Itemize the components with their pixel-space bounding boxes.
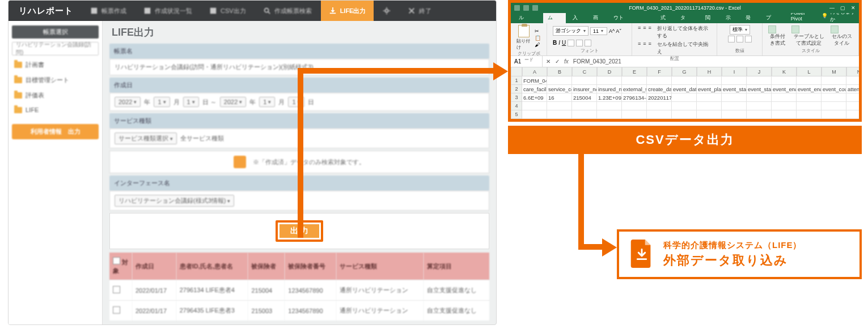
excel-window: FORM_0430_2021_20220117143720.csv - Exce… [508, 0, 862, 122]
excel-title: FORM_0430_2021_20220117143720.csv - Exce… [629, 5, 741, 11]
life-line2: 外部データ取り込み [663, 252, 802, 269]
connector-horizontal-1 [298, 68, 497, 74]
numfmt-select[interactable]: 標準 [730, 25, 750, 35]
sidebar-search[interactable]: リハビリテーション会議録(訪問) [12, 42, 99, 55]
result-table: 対象 作成日 患者ID,氏名,患者名 被保険者 被保険者番号 サービス種類 算定… [109, 253, 489, 321]
excel-titlebar: FORM_0430_2021_20220117143720.csv - Exce… [511, 3, 859, 13]
nav-search[interactable]: 作成帳票検索 [255, 1, 320, 21]
nav-life-output[interactable]: LIFE出力 [321, 1, 374, 21]
svg-rect-2 [210, 8, 217, 14]
arrow-icon [493, 62, 508, 80]
ribbon-tabs: ファイル ホーム 挿入 描画 ページレイアウト 数式 データ 校閲 表示 開発 … [511, 13, 859, 23]
checkbox-all[interactable] [113, 257, 120, 264]
interface-select[interactable]: リハビリテーション会議録(様式3情報) [115, 195, 234, 207]
cell-style-icon[interactable] [831, 25, 839, 33]
sidebar: 帳票選択 リハビリテーション会議録(訪問) 計画書 目標管理シート 評価表 LI… [9, 21, 103, 324]
sheet-grid[interactable]: ABCDEFGHIJKLMN 1 FORM_0430_2021 2 care_f… [511, 67, 859, 119]
csv-caption: CSVデータ出力 [508, 126, 862, 154]
life-import-box: 科学的介護情報システム（LIFE） 外部データ取り込み [617, 229, 862, 279]
notice-text: ※「作成済」データのみ検索対象です。 [253, 158, 365, 166]
formula-value[interactable]: FORM_0430_2021 [573, 58, 621, 65]
svg-point-5 [386, 9, 388, 12]
year1-select[interactable]: 2022 [115, 97, 141, 107]
page-title: LIFE出力 [109, 25, 489, 39]
row-checkbox[interactable] [113, 306, 120, 314]
svg-rect-1 [145, 8, 151, 14]
folder-icon [14, 62, 22, 68]
qat-icons [514, 5, 538, 11]
connector-vertical-1 [298, 68, 303, 238]
sidebar-item-0[interactable]: 計画書 [12, 59, 99, 71]
sidebar-user-export[interactable]: 利用者情報 出力 [12, 124, 99, 139]
service-select-btn[interactable]: サービス種類選択 [115, 133, 177, 144]
search-button-icon[interactable] [234, 156, 246, 168]
sec-report-name: 帳票名 [109, 44, 489, 59]
cond-format-icon[interactable] [768, 25, 776, 33]
folder-icon [14, 107, 22, 113]
table-format-icon[interactable] [791, 25, 799, 33]
nav-status-list[interactable]: 作成状況一覧 [136, 1, 200, 21]
paste-button[interactable]: 貼り付け [516, 25, 531, 50]
clipboard-icon [518, 25, 530, 37]
svg-line-4 [268, 12, 270, 14]
arrow-icon [602, 238, 617, 257]
col-headers: ABCDEFGHIJKLMN [511, 67, 859, 76]
table-row[interactable]: 2022/01/17 2796134 LIFE患者4 215004 123456… [109, 280, 489, 301]
m1-select[interactable]: 1 [154, 97, 170, 107]
top-nav: リハレポート 帳票作成 作成状況一覧 CSV出力 作成帳票検索 LIFE出力 終… [9, 1, 496, 21]
d1-select[interactable]: 1 [183, 97, 199, 107]
folder-icon [14, 77, 22, 83]
nav-csv-output[interactable]: CSV出力 [201, 1, 254, 21]
app-logo: リハレポート [11, 6, 81, 16]
nav-settings[interactable] [375, 1, 399, 21]
sidebar-item-3[interactable]: LIFE [12, 105, 99, 115]
download-file-icon [629, 240, 654, 269]
svg-point-3 [264, 8, 268, 12]
nav-exit[interactable]: 終了 [400, 1, 439, 21]
m2-select[interactable]: 1 [259, 97, 275, 107]
nav-report-create[interactable]: 帳票作成 [82, 1, 134, 21]
folder-icon [14, 92, 22, 99]
row-checkbox[interactable] [113, 286, 120, 293]
life-line1: 科学的介護情報システム（LIFE） [663, 240, 802, 251]
year2-select[interactable]: 2022 [220, 97, 246, 107]
window-controls[interactable]: —▢✕ [829, 5, 856, 11]
connector-vertical-2 [578, 152, 584, 249]
size-select[interactable]: 11 [590, 27, 607, 35]
sidebar-item-2[interactable]: 評価表 [12, 89, 99, 101]
table-row[interactable]: 2022/01/17 2796435 LIFE患者3 215003 123456… [109, 301, 489, 321]
app-window: リハレポート 帳票作成 作成状況一覧 CSV出力 作成帳票検索 LIFE出力 終… [8, 0, 497, 325]
name-box[interactable]: A1 [511, 56, 543, 67]
ribbon: 貼り付け ✂📋🖌 クリップボード 游ゴシック 11 A^ A˅ BIU フォント… [511, 23, 859, 56]
svg-rect-0 [91, 8, 98, 14]
sidebar-item-1[interactable]: 目標管理シート [12, 74, 99, 86]
font-select[interactable]: 游ゴシック [553, 26, 588, 36]
sidebar-title: 帳票選択 [12, 25, 99, 39]
